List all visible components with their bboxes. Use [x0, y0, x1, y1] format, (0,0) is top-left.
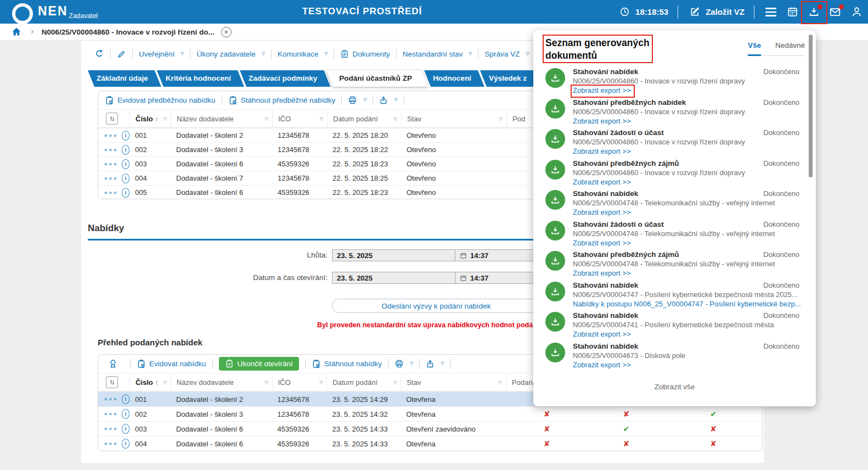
info-icon[interactable]: i [122, 409, 129, 419]
row-menu-icon[interactable]: ∘∘∘ [104, 160, 118, 168]
table-row[interactable]: ∘∘∘i 004 Dodavatel - školení 6 45359326 … [98, 436, 762, 451]
menu-nestandardni-stav[interactable]: Nestandardní stav▽ [403, 50, 472, 58]
list-item[interactable]: Stahování nabídek N006/25/V00004741 - Po… [533, 310, 816, 341]
menu-uverejneni[interactable]: Uveřejnění▽ [139, 50, 184, 58]
header-stav[interactable]: Stav▽ [401, 110, 506, 127]
info-icon[interactable]: i [122, 424, 129, 434]
close-tab-button[interactable]: × [221, 27, 232, 37]
zobrazit-export-link[interactable]: Zobrazit export >> [573, 147, 631, 155]
filter-caret-icon[interactable]: ▽ [394, 116, 397, 121]
messages-button[interactable] [828, 5, 842, 19]
info-icon[interactable]: i [122, 188, 129, 198]
header-datum-podani[interactable]: Datum podání▽ [327, 110, 401, 127]
menu-ukony-zadavatele[interactable]: Úkony zadavatele▽ [196, 50, 264, 58]
zobrazit-export-link[interactable]: Zobrazit export >> [573, 269, 631, 277]
oteviranie-time-field[interactable]: 14:37 [455, 272, 540, 284]
tab-kriteria-hodnoceni[interactable]: Kritéria hodnocení [157, 70, 244, 87]
header-ico[interactable]: IČO▽ [272, 110, 327, 127]
table-row[interactable]: ∘∘∘i 002 Dodavatel - školení 3 12345678 … [98, 406, 762, 421]
row-menu-icon[interactable]: ∘∘∘ [104, 189, 118, 197]
filter-caret-icon[interactable]: ▽ [319, 380, 323, 385]
zobrazit-export-link[interactable]: Zobrazit export >> [573, 208, 631, 216]
evidovat-nabidku-button[interactable]: Evidovat nabídku [137, 359, 206, 369]
evidovat-predbeznou-nabidku-button[interactable]: Evidovat předběžnou nabídku [105, 96, 216, 105]
column-settings-cell[interactable] [98, 110, 129, 127]
info-icon[interactable]: i [122, 439, 129, 449]
list-item[interactable]: Stahování žádostí o účast N006/25/V00004… [533, 219, 816, 250]
list-item[interactable]: Stahování předběžných zájmů N006/25/V000… [533, 249, 816, 280]
row-menu-icon[interactable]: ∘∘∘ [104, 440, 118, 447]
generated-documents-button[interactable] [807, 5, 821, 19]
export-table-button[interactable]: ▽ [426, 359, 444, 368]
zobrazit-export-link[interactable]: Zobrazit export >> [573, 86, 631, 94]
zobrazit-export-link[interactable]: Zobrazit export >> [573, 239, 631, 247]
menu-sprava-vz[interactable]: Správa VZ▽ [484, 50, 529, 58]
row-menu-icon[interactable]: ∘∘∘ [104, 132, 118, 139]
lhuta-time-field[interactable]: 14:37 [455, 249, 540, 261]
list-item[interactable]: Stahování předběžných nabídek N006/25/V0… [533, 97, 816, 128]
zobrazit-vse-link[interactable]: Zobrazit vše [533, 383, 816, 391]
filter-caret-icon[interactable]: ▽ [164, 116, 167, 121]
header-datum-podani[interactable]: Datum podání▽ [326, 373, 401, 391]
zobrazit-export-link[interactable]: Zobrazit export >> [573, 330, 631, 338]
header-nazev-dodavatele[interactable]: Název dodavatele▽ [171, 373, 272, 391]
row-menu-icon[interactable]: ∘∘∘ [104, 175, 118, 182]
info-icon[interactable]: i [122, 159, 129, 169]
column-settings-cell[interactable] [98, 373, 129, 391]
export-table-button[interactable]: ▽ [379, 96, 397, 105]
home-button[interactable] [11, 26, 22, 37]
list-item[interactable]: Stahování nabídek N006/25/V00004673 - Di… [533, 341, 816, 372]
oteviranie-date-field[interactable]: 23. 5. 2025 [332, 272, 455, 284]
stahnout-nabidky-button[interactable]: Stáhnout nabídky [312, 359, 382, 369]
tab-vysledek[interactable]: Výsledek z [480, 70, 540, 87]
filter-caret-icon[interactable]: ▽ [499, 116, 503, 121]
panel-tab-nedavne[interactable]: Nedávné [775, 41, 805, 55]
menu-dokumenty[interactable]: Dokumenty [340, 49, 390, 59]
table-row[interactable]: ∘∘∘i 003 Dodavatel - školení 6 45359326 … [98, 421, 762, 436]
tab-hodnoceni[interactable]: Hodnocení [424, 70, 484, 87]
tab-zadavaci-podminky[interactable]: Zadávací podmínky [240, 70, 330, 87]
row-menu-icon[interactable]: ∘∘∘ [104, 395, 118, 403]
filter-caret-icon[interactable]: ▽ [499, 380, 502, 385]
panel-tab-vse[interactable]: Vše [748, 41, 761, 56]
filter-caret-icon[interactable]: ▽ [393, 380, 397, 385]
zobrazit-export-link[interactable]: Zobrazit export >> [573, 361, 631, 369]
tab-podani-ucastniku-zp[interactable]: Podání účastníků ZP [326, 70, 429, 87]
list-item[interactable]: Stahování žádostí o účast N006/25/V00004… [533, 127, 816, 158]
nen-logo[interactable]: NEN Zadavatel [12, 3, 98, 24]
tab-zakladni-udaje[interactable]: Základní údaje [88, 70, 161, 87]
row-menu-icon[interactable]: ∘∘∘ [104, 410, 118, 418]
header-nazev-dodavatele[interactable]: Název dodavatele▽ [171, 110, 272, 127]
row-menu-icon[interactable]: ∘∘∘ [104, 425, 118, 433]
edit-button[interactable] [117, 49, 126, 59]
calendar-button[interactable] [785, 5, 799, 19]
header-cislo[interactable]: Číslo ↑▽ [129, 373, 171, 391]
header-cislo[interactable]: Číslo ↑▽ [129, 110, 171, 127]
print-table-button[interactable]: ▽ [394, 359, 413, 368]
odeslani-vyzvy-button[interactable]: Odeslání výzvy k podání nabídek [332, 299, 540, 313]
print-table-button[interactable]: ▽ [348, 96, 367, 105]
filter-caret-icon[interactable]: ▽ [265, 116, 268, 121]
column-settings-icon[interactable] [106, 113, 118, 125]
zobrazit-export-link[interactable]: Zobrazit export >> [573, 117, 631, 125]
info-icon[interactable]: i [122, 131, 129, 141]
lhuta-date-field[interactable]: 23. 5. 2025 [332, 249, 455, 261]
info-icon[interactable]: i [122, 174, 129, 183]
ukoncit-otevirani-button[interactable]: Ukončit otevírání [219, 357, 299, 371]
column-settings-icon[interactable] [106, 376, 118, 388]
zobrazit-export-link[interactable]: Zobrazit export >> [573, 178, 631, 186]
header-ico[interactable]: IČO▽ [272, 373, 327, 391]
list-item[interactable]: Stahování nabídek N006/25/V00004748 - Te… [533, 188, 816, 219]
create-vz-button[interactable]: Založit VZ [687, 5, 745, 19]
list-item[interactable]: Stahování nabídek N006/25/V00004747 - Po… [533, 280, 816, 311]
row-menu-icon[interactable]: ∘∘∘ [104, 146, 118, 154]
stahnout-predbezne-nabidky-button[interactable]: Stáhnout předběžné nabídky [228, 96, 336, 105]
header-stav[interactable]: Stav▽ [401, 373, 506, 391]
refresh-button[interactable] [94, 49, 104, 59]
info-icon[interactable]: i [122, 145, 129, 155]
info-icon[interactable]: i [122, 394, 129, 404]
list-item[interactable]: Stahování předběžných zájmů N006/25/V000… [533, 158, 816, 189]
menu-button[interactable] [764, 5, 778, 19]
filter-caret-icon[interactable]: ▽ [164, 380, 167, 385]
user-profile-button[interactable] [849, 5, 864, 19]
